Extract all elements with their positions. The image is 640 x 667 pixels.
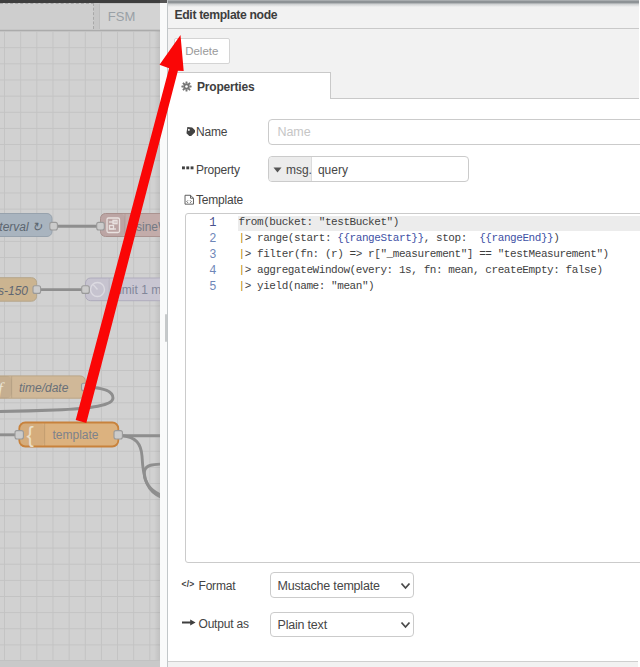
svg-text:{: {: [27, 422, 34, 447]
svg-text:s-150: s-150: [0, 284, 28, 298]
svg-text:template: template: [53, 428, 99, 442]
svg-text:interval ↻: interval ↻: [0, 220, 43, 234]
svg-text:limit 1 ms: limit 1 ms: [117, 283, 161, 297]
svg-text:time/date: time/date: [19, 381, 69, 395]
svg-text:sineW: sineW: [136, 220, 160, 234]
